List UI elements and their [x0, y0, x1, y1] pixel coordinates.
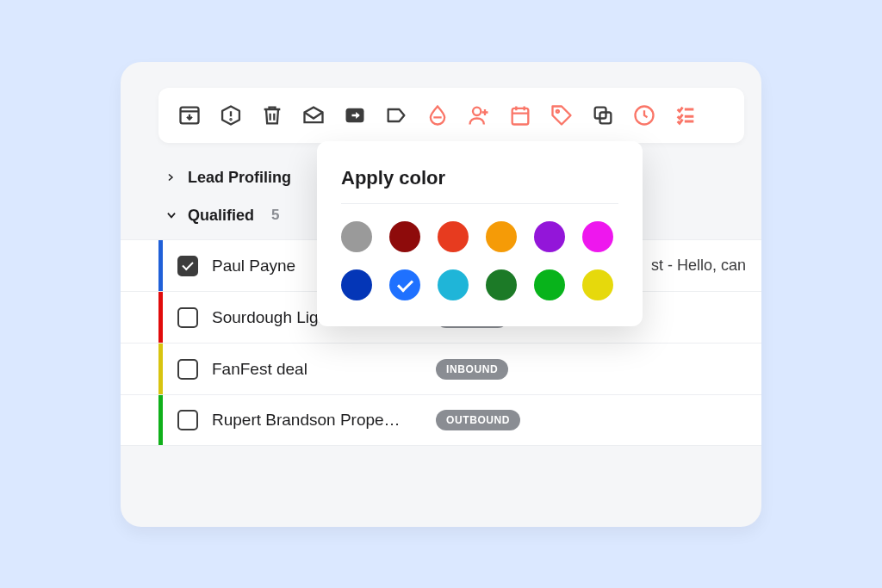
color-swatch[interactable]: [341, 221, 372, 252]
color-swatch[interactable]: [486, 269, 517, 300]
color-swatch[interactable]: [534, 269, 565, 300]
row-color-bar: [158, 395, 163, 445]
color-swatch[interactable]: [341, 269, 372, 300]
toolbar: [158, 88, 744, 143]
svg-point-5: [556, 110, 559, 113]
color-swatch-grid: [341, 221, 618, 300]
tag-icon[interactable]: [541, 95, 582, 136]
row-badge: INBOUND: [436, 359, 508, 380]
tasks-icon[interactable]: [665, 95, 706, 136]
section-title: Lead Profiling: [188, 169, 291, 187]
trash-icon[interactable]: [252, 95, 293, 136]
color-icon[interactable]: [417, 95, 458, 136]
section-count: 5: [271, 207, 279, 224]
apply-color-popover: Apply color: [317, 141, 643, 326]
svg-point-1: [230, 119, 231, 120]
archive-icon[interactable]: [169, 95, 210, 136]
color-swatch[interactable]: [582, 221, 613, 252]
row-name: Rupert Brandson Prope…: [212, 411, 436, 430]
svg-point-3: [473, 108, 481, 115]
assign-icon[interactable]: [458, 95, 500, 136]
row-name: FanFest deal: [212, 360, 436, 379]
row-checkbox[interactable]: [177, 410, 198, 430]
popover-title: Apply color: [341, 167, 618, 189]
row-checkbox[interactable]: [177, 307, 198, 328]
deal-row[interactable]: Rupert Brandson Prope…OUTBOUND: [121, 394, 761, 446]
row-color-bar: [158, 240, 163, 291]
section-title: Qualified: [188, 207, 254, 225]
row-checkbox[interactable]: [177, 256, 198, 276]
row-preview-text: st - Hello, can: [651, 257, 746, 275]
row-color-bar: [158, 344, 163, 394]
report-icon[interactable]: [210, 95, 252, 136]
color-swatch[interactable]: [389, 221, 420, 252]
snooze-icon[interactable]: [624, 95, 665, 136]
row-checkbox[interactable]: [177, 359, 198, 380]
color-swatch[interactable]: [438, 221, 469, 252]
chevron-down-icon: [165, 209, 179, 221]
color-swatch[interactable]: [438, 269, 469, 300]
row-badge: OUTBOUND: [436, 410, 520, 430]
color-swatch[interactable]: [534, 221, 565, 252]
color-swatch[interactable]: [389, 269, 420, 300]
color-swatch[interactable]: [486, 221, 517, 252]
schedule-icon[interactable]: [500, 95, 541, 136]
color-swatch[interactable]: [582, 269, 613, 300]
divider: [341, 203, 618, 204]
row-color-bar: [158, 292, 163, 343]
move-icon[interactable]: [334, 95, 376, 136]
mark-read-icon[interactable]: [293, 95, 334, 136]
svg-rect-4: [512, 108, 529, 125]
label-icon[interactable]: [376, 95, 417, 136]
chevron-right-icon: [165, 172, 179, 183]
merge-icon[interactable]: [582, 95, 624, 136]
deal-row[interactable]: FanFest dealINBOUND: [121, 343, 761, 394]
